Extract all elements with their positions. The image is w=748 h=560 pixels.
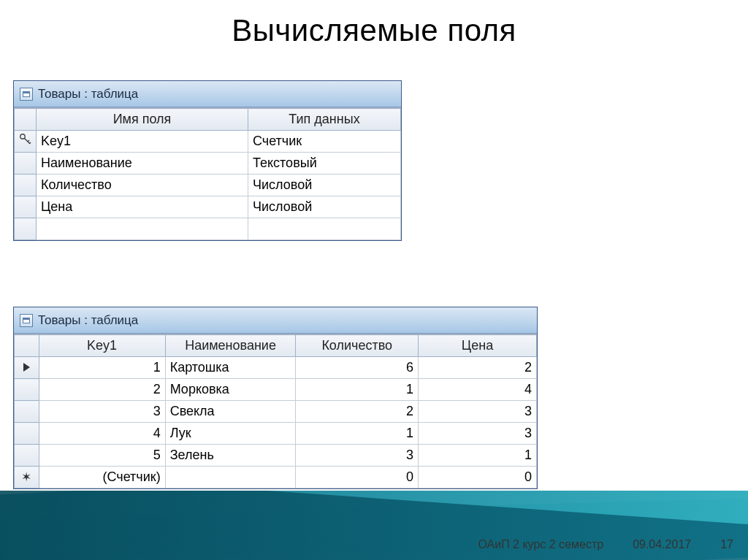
titlebar-caption: Товары : таблица <box>38 313 138 328</box>
design-view-window: Товары : таблица Имя поля Тип данных Key… <box>13 80 402 241</box>
row-selector[interactable] <box>15 423 39 445</box>
footer-page: 17 <box>720 538 733 551</box>
field-name-cell[interactable]: Количество <box>37 174 248 196</box>
row-selector[interactable] <box>15 445 39 467</box>
row-selector[interactable] <box>15 131 37 153</box>
data-row[interactable]: 3 Свекла 2 3 <box>15 401 537 423</box>
datasheet-window: Товары : таблица Key1 Наименование Колич… <box>13 307 538 489</box>
cell-qty[interactable]: 2 <box>296 401 419 423</box>
col-header-qty[interactable]: Количество <box>296 335 419 357</box>
row-selector-new[interactable]: ✶ <box>15 467 39 488</box>
field-row-empty[interactable] <box>15 218 401 240</box>
row-selector[interactable] <box>15 379 39 401</box>
row-selector[interactable] <box>15 153 37 174</box>
titlebar-caption: Товары : таблица <box>38 87 138 101</box>
corner-cell[interactable] <box>15 109 37 131</box>
col-header-datatype[interactable]: Тип данных <box>248 109 401 131</box>
design-table: Имя поля Тип данных Key1 Счетчик Наимено… <box>14 108 401 240</box>
cell-name[interactable]: Зелень <box>165 445 296 467</box>
slide-footer: ОАиП 2 курс 2 семестр 09.04.2017 17 <box>478 538 733 551</box>
cell-price[interactable]: 3 <box>419 423 537 445</box>
cell-key1[interactable]: 4 <box>39 423 165 445</box>
field-name-cell[interactable] <box>37 218 248 240</box>
current-record-icon <box>23 363 30 372</box>
cell-key1[interactable]: 5 <box>39 445 165 467</box>
data-row[interactable]: 5 Зелень 3 1 <box>15 445 537 467</box>
titlebar-design[interactable]: Товары : таблица <box>14 81 401 107</box>
svg-line-2 <box>28 140 29 142</box>
corner-cell[interactable] <box>15 335 39 357</box>
datasheet-table: Key1 Наименование Количество Цена 1 Карт… <box>14 334 537 488</box>
new-record-icon: ✶ <box>21 470 31 484</box>
cell-key1[interactable]: 3 <box>39 401 165 423</box>
data-type-cell[interactable]: Числовой <box>248 174 401 196</box>
col-header-price[interactable]: Цена <box>419 335 537 357</box>
field-name-cell[interactable]: Наименование <box>37 153 248 174</box>
cell-price[interactable]: 1 <box>419 445 537 467</box>
data-row[interactable]: 1 Картошка 6 2 <box>15 357 537 379</box>
cell-qty-new[interactable]: 0 <box>296 467 419 488</box>
table-icon <box>20 314 33 327</box>
field-row[interactable]: Цена Числовой <box>15 196 401 218</box>
cell-qty[interactable]: 1 <box>296 423 419 445</box>
svg-line-3 <box>29 142 31 144</box>
table-icon <box>20 88 33 101</box>
cell-qty[interactable]: 6 <box>296 357 419 379</box>
cell-name[interactable]: Свекла <box>165 401 296 423</box>
cell-key1[interactable]: 2 <box>39 379 165 401</box>
field-name-cell[interactable]: Цена <box>37 196 248 218</box>
row-selector[interactable] <box>15 174 37 196</box>
cell-name[interactable]: Лук <box>165 423 296 445</box>
data-row[interactable]: 4 Лук 1 3 <box>15 423 537 445</box>
row-selector[interactable] <box>15 218 37 240</box>
cell-name[interactable]: Морковка <box>165 379 296 401</box>
primary-key-icon <box>19 133 32 146</box>
titlebar-datasheet[interactable]: Товары : таблица <box>14 307 537 334</box>
cell-qty[interactable]: 3 <box>296 445 419 467</box>
slide-title: Вычисляемые поля <box>0 13 748 48</box>
cell-price-new[interactable]: 0 <box>419 467 537 488</box>
field-row[interactable]: Key1 Счетчик <box>15 131 401 153</box>
data-type-cell[interactable] <box>248 218 401 240</box>
cell-key1-new[interactable]: (Счетчик) <box>39 467 165 488</box>
col-header-name[interactable]: Наименование <box>165 335 296 357</box>
new-record-row[interactable]: ✶ (Счетчик) 0 0 <box>15 467 537 488</box>
cell-price[interactable]: 4 <box>419 379 537 401</box>
field-row[interactable]: Наименование Текстовый <box>15 153 401 174</box>
data-type-cell[interactable]: Счетчик <box>248 131 401 153</box>
footer-course: ОАиП 2 курс 2 семестр <box>478 538 603 551</box>
data-row[interactable]: 2 Морковка 1 4 <box>15 379 537 401</box>
col-header-key1[interactable]: Key1 <box>39 335 165 357</box>
col-header-fieldname[interactable]: Имя поля <box>37 109 248 131</box>
cell-name-new[interactable] <box>165 467 296 488</box>
cell-key1[interactable]: 1 <box>39 357 165 379</box>
row-selector[interactable] <box>15 401 39 423</box>
cell-price[interactable]: 3 <box>419 401 537 423</box>
field-name-cell[interactable]: Key1 <box>37 131 248 153</box>
cell-name[interactable]: Картошка <box>165 357 296 379</box>
data-type-cell[interactable]: Текстовый <box>248 153 401 174</box>
footer-date: 09.04.2017 <box>633 538 691 551</box>
row-selector[interactable] <box>15 196 37 218</box>
row-selector-current[interactable] <box>15 357 39 379</box>
data-type-cell[interactable]: Числовой <box>248 196 401 218</box>
field-row[interactable]: Количество Числовой <box>15 174 401 196</box>
cell-qty[interactable]: 1 <box>296 379 419 401</box>
cell-price[interactable]: 2 <box>419 357 537 379</box>
